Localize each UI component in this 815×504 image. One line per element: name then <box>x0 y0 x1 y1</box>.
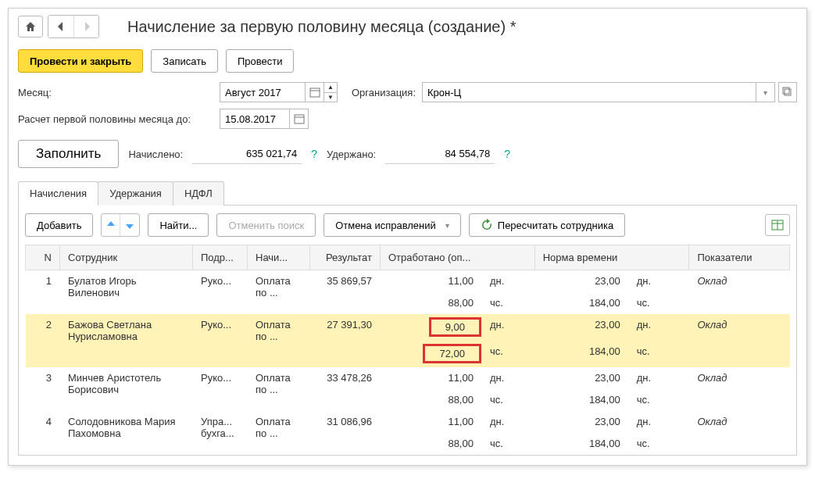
cell-worked-days-unit: дн. <box>481 411 534 433</box>
col-indicators[interactable]: Показатели <box>689 245 790 270</box>
post-button[interactable]: Провести <box>226 49 295 73</box>
table-row[interactable]: 1Булатов Игорь ВиленовичРуко...Оплата по… <box>26 270 790 292</box>
nav-group <box>48 15 99 38</box>
accrued-help-icon[interactable]: ? <box>311 148 317 160</box>
accruals-table: N Сотрудник Подр... Начи... Результат От… <box>25 245 790 455</box>
cell-norm-hours: 184,00 <box>534 433 628 455</box>
col-worked[interactable]: Отработано (оп... <box>381 245 535 270</box>
col-n[interactable]: N <box>26 245 60 270</box>
table-row[interactable]: 2Бажова Светлана НурисламовнаРуко...Опла… <box>26 314 790 341</box>
col-employee[interactable]: Сотрудник <box>60 245 193 270</box>
recalculate-button[interactable]: Пересчитать сотрудника <box>469 213 625 237</box>
calendar-icon <box>309 86 321 98</box>
cell-norm-hours: 184,00 <box>534 341 628 367</box>
cell-dept: Руко... <box>193 314 248 367</box>
svg-rect-3 <box>783 88 789 94</box>
org-open-button[interactable] <box>778 82 797 102</box>
forward-button[interactable] <box>73 16 98 38</box>
cell-worked-hours-unit: чс. <box>481 433 534 455</box>
svg-rect-2 <box>785 89 791 95</box>
col-norm[interactable]: Норма времени <box>534 245 689 270</box>
cell-worked-hours: 88,00 <box>381 433 482 455</box>
cell-worked-hours: 88,00 <box>381 389 482 411</box>
org-input[interactable] <box>422 82 756 102</box>
month-spinner[interactable]: ▲ ▼ <box>324 82 338 102</box>
tabs: Начисления Удержания НДФЛ <box>18 181 797 206</box>
spinner-up-icon[interactable]: ▲ <box>324 83 337 93</box>
arrow-up-icon <box>105 219 117 231</box>
month-input[interactable] <box>220 82 306 102</box>
col-result[interactable]: Результат <box>310 245 381 270</box>
move-row-group <box>101 213 140 237</box>
cell-indicator: Оклад <box>689 314 790 367</box>
fill-button[interactable]: Заполнить <box>18 140 119 168</box>
col-dept[interactable]: Подр... <box>193 245 248 270</box>
cell-norm-hours: 184,00 <box>534 292 628 314</box>
cell-employee: Солодовникова Мария Пахомовна <box>60 411 193 455</box>
cell-accrual: Оплата по ... <box>248 367 310 411</box>
cell-norm-hours: 184,00 <box>534 389 628 411</box>
calc-until-calendar-button[interactable] <box>290 109 309 129</box>
calendar-icon <box>293 113 306 125</box>
cell-norm-days-unit: дн. <box>628 270 689 292</box>
post-and-close-button[interactable]: Провести и закрыть <box>18 49 143 73</box>
tab-accruals[interactable]: Начисления <box>18 181 98 206</box>
open-link-icon <box>781 86 794 98</box>
svg-rect-4 <box>295 115 304 123</box>
cell-n: 3 <box>26 367 60 411</box>
cell-worked-days: 11,00 <box>381 411 482 433</box>
cell-accrual: Оплата по ... <box>248 270 310 314</box>
add-button[interactable]: Добавить <box>25 213 93 237</box>
cell-worked-days: 11,00 <box>381 367 482 389</box>
calendar-button[interactable] <box>306 82 324 102</box>
cell-norm-hours-unit: чс. <box>628 433 689 455</box>
cell-worked-hours-unit: чс. <box>481 341 534 367</box>
cell-norm-days-unit: дн. <box>628 314 689 341</box>
move-down-button[interactable] <box>120 214 139 236</box>
cell-worked-days-unit: дн. <box>481 314 534 341</box>
tab-deductions[interactable]: Удержания <box>98 181 173 206</box>
cell-worked-days-unit: дн. <box>481 270 534 292</box>
cell-worked-hours: 88,00 <box>381 292 482 314</box>
cell-worked-hours-unit: чс. <box>481 389 534 411</box>
cell-norm-days: 23,00 <box>534 314 628 341</box>
page-title: Начисление за первую половину месяца (со… <box>127 18 517 36</box>
table-row[interactable]: 3Минчев Аристотель БорисовичРуко...Оплат… <box>26 367 790 389</box>
cell-indicator: Оклад <box>689 270 790 314</box>
col-accrual[interactable]: Начи... <box>248 245 310 270</box>
arrow-left-icon <box>55 20 67 33</box>
move-up-button[interactable] <box>102 214 120 236</box>
cell-norm-days: 23,00 <box>534 367 628 389</box>
cell-employee: Бажова Светлана Нурисламовна <box>60 314 193 367</box>
cancel-corrections-button[interactable]: Отмена исправлений <box>323 213 461 237</box>
save-button[interactable]: Записать <box>151 49 218 73</box>
cell-dept: Руко... <box>193 367 248 411</box>
cell-employee: Булатов Игорь Виленович <box>60 270 193 314</box>
accrued-label: Начислено: <box>128 148 183 160</box>
chevron-down-icon: ▾ <box>763 88 767 97</box>
spinner-down-icon[interactable]: ▼ <box>324 93 337 102</box>
cell-accrual: Оплата по ... <box>248 314 310 367</box>
arrow-down-icon <box>123 219 136 231</box>
find-button[interactable]: Найти... <box>148 213 209 237</box>
cell-indicator: Оклад <box>689 411 790 455</box>
cancel-corrections-label: Отмена исправлений <box>335 220 436 231</box>
cell-employee: Минчев Аристотель Борисович <box>60 367 193 411</box>
withheld-help-icon[interactable]: ? <box>504 148 510 160</box>
cell-worked-hours: 72,00 <box>381 341 482 367</box>
back-button[interactable] <box>48 16 73 38</box>
calc-until-input[interactable] <box>220 109 290 129</box>
cell-worked-days: 11,00 <box>381 270 482 292</box>
recalculate-label: Пересчитать сотрудника <box>498 220 613 231</box>
table-settings-button[interactable] <box>765 214 790 236</box>
cell-result: 33 478,26 <box>310 367 381 411</box>
org-dropdown-button[interactable]: ▾ <box>756 82 775 102</box>
home-button[interactable] <box>18 16 43 38</box>
cell-result: 35 869,57 <box>310 270 381 314</box>
tab-ndfl[interactable]: НДФЛ <box>173 181 224 206</box>
cell-worked-days: 9,00 <box>381 314 482 341</box>
withheld-label: Удержано: <box>327 148 376 160</box>
table-row[interactable]: 4Солодовникова Мария ПахомовнаУпра... бу… <box>26 411 790 433</box>
cell-norm-hours-unit: чс. <box>628 341 689 367</box>
svg-rect-0 <box>310 88 320 97</box>
